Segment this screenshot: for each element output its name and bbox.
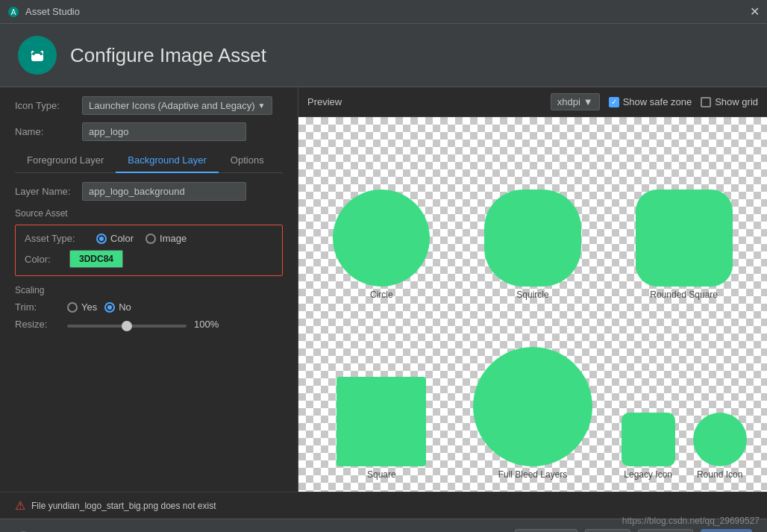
show-safe-zone-option[interactable]: ✓ Show safe zone: [609, 96, 692, 107]
previous-button[interactable]: Previous: [515, 529, 578, 533]
shape-rounded-square: [636, 190, 733, 287]
preview-toolbar: Preview xhdpi ▼ ✓ Show safe zone Show gr…: [298, 87, 767, 117]
xhdpi-dropdown[interactable]: xhdpi ▼: [551, 93, 600, 110]
right-panel: Preview xhdpi ▼ ✓ Show safe zone Show gr…: [298, 87, 767, 492]
resize-slider-container: [67, 319, 187, 330]
shape-rounded-square-label: Rounded Square: [650, 290, 718, 300]
error-bar: ⚠ File yundian_logo_start_big.png does n…: [0, 492, 767, 519]
shape-squircle: [484, 190, 581, 287]
color-row: Color: 3DDC84: [25, 250, 273, 268]
tab-foreground-layer[interactable]: Foreground Layer: [15, 148, 116, 173]
title-bar-title: Asset Studio: [25, 6, 80, 17]
preview-cell-full-bleed: Full Bleed Layers: [457, 304, 609, 484]
shape-square-label: Square: [367, 469, 396, 480]
shape-round-icon: [693, 413, 747, 466]
shape-legacy-label: Legacy Icon: [624, 469, 672, 480]
header-logo: [18, 36, 57, 75]
scaling-title: Scaling: [15, 285, 283, 295]
trim-row: Trim: Yes No: [15, 301, 283, 313]
finish-button[interactable]: Finish: [701, 529, 752, 533]
preview-cell-circle: Circle: [306, 125, 457, 304]
header: Configure Image Asset: [0, 24, 767, 87]
asset-type-color-option[interactable]: Color: [96, 233, 134, 244]
watermark: https://blog.csdn.net/qq_29699527: [622, 516, 760, 526]
shape-round-icon-label: Round Icon: [697, 469, 742, 480]
shape-circle-label: Circle: [370, 290, 393, 300]
round-icon-group: Round Icon: [693, 413, 747, 480]
source-asset-box: Asset Type: Color Image Color: 3DDC84: [15, 225, 283, 276]
shape-legacy: [622, 413, 675, 466]
cancel-button[interactable]: Cancel: [638, 529, 693, 533]
preview-cell-legacy-round: Legacy Icon Round Icon: [608, 304, 760, 484]
layer-tabs: Foreground Layer Background Layer Option…: [15, 148, 283, 173]
layer-name-input[interactable]: [82, 182, 246, 201]
title-bar-icon: A: [7, 6, 19, 18]
show-grid-checkbox[interactable]: [701, 97, 711, 107]
trim-yes-option[interactable]: Yes: [67, 301, 97, 313]
icon-type-dropdown[interactable]: Launcher Icons (Adaptive and Legacy) ▼: [82, 96, 272, 115]
layer-name-label: Layer Name:: [15, 186, 75, 197]
chevron-down-icon: ▼: [583, 96, 593, 107]
name-label: Name:: [15, 126, 75, 137]
next-button[interactable]: Next: [585, 529, 630, 533]
preview-area: Circle Squircle Rounded Square Square: [298, 117, 767, 492]
source-asset-title: Source Asset: [15, 208, 283, 219]
svg-text:A: A: [11, 8, 16, 16]
color-label: Color:: [25, 254, 62, 265]
icon-type-row: Icon Type: Launcher Icons (Adaptive and …: [15, 96, 283, 115]
color-picker-button[interactable]: 3DDC84: [69, 250, 123, 268]
resize-row: Resize: 100%: [15, 319, 283, 330]
legacy-group: Legacy Icon: [622, 413, 675, 480]
page-title: Configure Image Asset: [70, 44, 266, 67]
title-bar-left: A Asset Studio: [7, 6, 80, 18]
error-icon: ⚠: [15, 498, 25, 513]
shape-square: [336, 377, 426, 466]
shape-circle: [333, 190, 430, 287]
svg-point-6: [32, 52, 35, 55]
preview-cell-square: Square: [306, 304, 457, 484]
error-message: File yundian_logo_start_big.png does not…: [31, 501, 216, 511]
show-grid-option[interactable]: Show grid: [701, 96, 758, 107]
trim-label: Trim:: [15, 301, 60, 313]
resize-label: Resize:: [15, 319, 60, 330]
radio-trim-no-icon: [104, 302, 115, 313]
tab-background-layer[interactable]: Background Layer: [116, 148, 219, 173]
close-button[interactable]: ✕: [750, 6, 760, 18]
radio-trim-yes-icon: [67, 302, 78, 313]
chevron-down-icon: ▼: [258, 101, 266, 110]
name-row: Name:: [15, 122, 283, 141]
preview-cell-rounded-square: Rounded Square: [608, 125, 760, 304]
show-safe-zone-checkbox[interactable]: ✓: [609, 97, 619, 107]
preview-grid: Circle Squircle Rounded Square Square: [298, 117, 767, 492]
main-content: Icon Type: Launcher Icons (Adaptive and …: [0, 87, 767, 492]
trim-no-option[interactable]: No: [104, 301, 131, 313]
layer-name-row: Layer Name:: [15, 182, 283, 201]
shape-full-bleed: [473, 347, 592, 466]
radio-color-icon: [96, 234, 107, 244]
asset-type-image-option[interactable]: Image: [145, 233, 187, 244]
left-panel: Icon Type: Launcher Icons (Adaptive and …: [0, 87, 298, 492]
svg-point-7: [40, 52, 43, 55]
name-input[interactable]: [82, 122, 246, 141]
icon-type-label: Icon Type:: [15, 100, 75, 111]
shape-squircle-label: Squircle: [516, 290, 548, 300]
resize-slider[interactable]: [67, 325, 187, 328]
title-bar: A Asset Studio ✕: [0, 0, 767, 24]
tab-options[interactable]: Options: [219, 148, 276, 173]
radio-image-icon: [145, 234, 156, 244]
preview-label: Preview: [307, 96, 342, 107]
asset-type-row: Asset Type: Color Image: [25, 233, 273, 244]
scaling-section: Scaling Trim: Yes No Resize:: [15, 285, 283, 330]
preview-cell-squircle: Squircle: [457, 125, 609, 304]
asset-type-label: Asset Type:: [25, 233, 84, 244]
shape-full-bleed-label: Full Bleed Layers: [498, 469, 568, 480]
resize-value: 100%: [194, 319, 224, 330]
